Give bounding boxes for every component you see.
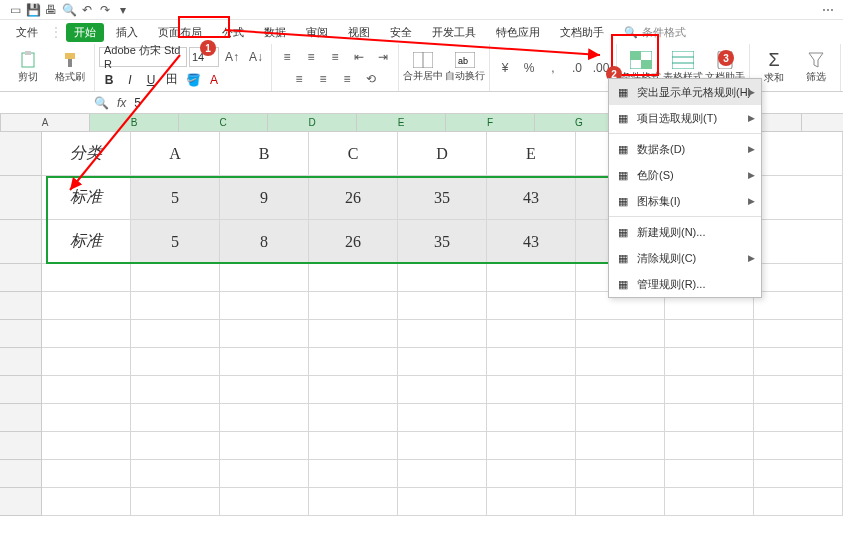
col-header[interactable]: J — [802, 114, 843, 131]
cell[interactable] — [398, 264, 487, 292]
comma-button[interactable]: , — [542, 58, 564, 78]
cell[interactable]: 43 — [487, 220, 576, 264]
cell[interactable] — [309, 376, 398, 404]
cell[interactable] — [220, 348, 309, 376]
italic-button[interactable]: I — [120, 71, 140, 89]
cell[interactable]: 43 — [487, 176, 576, 220]
more-icon[interactable]: ⋯ — [821, 3, 835, 17]
zoom-icon[interactable]: 🔍 — [94, 96, 109, 110]
cell[interactable] — [131, 376, 220, 404]
cell[interactable]: 5 — [131, 176, 220, 220]
increase-decimal-button[interactable]: .0 — [566, 58, 588, 78]
cell[interactable] — [487, 320, 576, 348]
cell[interactable] — [754, 220, 843, 264]
cell[interactable] — [220, 264, 309, 292]
tab-doc-helper[interactable]: 文档助手 — [552, 23, 612, 42]
cell[interactable] — [398, 376, 487, 404]
cell[interactable] — [754, 132, 843, 176]
font-color-button[interactable]: A — [204, 71, 224, 89]
bold-button[interactable]: B — [99, 71, 119, 89]
format-painter-button[interactable]: 格式刷 — [50, 46, 90, 90]
cell[interactable]: 5 — [131, 220, 220, 264]
orientation-button[interactable]: ⟲ — [360, 69, 382, 89]
align-bottom-button[interactable]: ≡ — [324, 47, 346, 67]
cell[interactable] — [131, 292, 220, 320]
tab-formula[interactable]: 公式 — [214, 23, 252, 42]
cell[interactable] — [220, 460, 309, 488]
cell[interactable] — [131, 460, 220, 488]
cell[interactable] — [665, 432, 754, 460]
cell[interactable] — [309, 320, 398, 348]
tab-insert[interactable]: 插入 — [108, 23, 146, 42]
col-header[interactable]: D — [268, 114, 357, 131]
fx-icon[interactable]: fx — [117, 96, 126, 110]
cell[interactable] — [131, 348, 220, 376]
cell[interactable] — [398, 460, 487, 488]
cell[interactable] — [398, 404, 487, 432]
row-header[interactable] — [0, 176, 42, 220]
tab-home[interactable]: 开始 — [66, 23, 104, 42]
cell[interactable] — [220, 404, 309, 432]
align-center-button[interactable]: ≡ — [312, 69, 334, 89]
col-header[interactable]: E — [357, 114, 446, 131]
row-header[interactable] — [0, 348, 42, 376]
fill-color-button[interactable]: 🪣 — [183, 71, 203, 89]
cell[interactable] — [220, 432, 309, 460]
redo-icon[interactable]: ↷ — [98, 3, 112, 17]
currency-button[interactable]: ¥ — [494, 58, 516, 78]
cell[interactable] — [131, 432, 220, 460]
underline-button[interactable]: U — [141, 71, 161, 89]
undo-icon[interactable]: ↶ — [80, 3, 94, 17]
cell[interactable]: D — [398, 132, 487, 176]
tab-developer[interactable]: 开发工具 — [424, 23, 484, 42]
cell[interactable] — [309, 348, 398, 376]
col-header[interactable]: C — [179, 114, 268, 131]
cell[interactable] — [42, 404, 131, 432]
cell[interactable]: B — [220, 132, 309, 176]
cell[interactable] — [398, 320, 487, 348]
cell[interactable] — [220, 488, 309, 516]
menu-item[interactable]: ▦管理规则(R)... — [609, 271, 761, 297]
cell[interactable] — [754, 460, 843, 488]
tab-review[interactable]: 审阅 — [298, 23, 336, 42]
row-header[interactable] — [0, 488, 42, 516]
menu-item[interactable]: ▦突出显示单元格规则(H)▶ — [609, 79, 761, 105]
file-new-icon[interactable]: ▭ — [8, 3, 22, 17]
merge-center-button[interactable]: 合并居中 — [403, 46, 443, 90]
cell[interactable]: 标准 — [42, 176, 131, 220]
cell[interactable] — [576, 348, 665, 376]
cell[interactable] — [754, 264, 843, 292]
cell[interactable]: 标准 — [42, 220, 131, 264]
decrease-decimal-button[interactable]: .00 — [590, 58, 612, 78]
tab-special[interactable]: 特色应用 — [488, 23, 548, 42]
cell[interactable] — [665, 320, 754, 348]
cell[interactable] — [487, 404, 576, 432]
cell[interactable]: 26 — [309, 220, 398, 264]
col-header[interactable]: F — [446, 114, 535, 131]
cell[interactable] — [309, 292, 398, 320]
cell[interactable] — [665, 376, 754, 404]
row-header[interactable] — [0, 404, 42, 432]
row-header[interactable] — [0, 376, 42, 404]
menu-item[interactable]: ▦色阶(S)▶ — [609, 162, 761, 188]
cell[interactable] — [754, 176, 843, 220]
file-menu[interactable]: 文件 — [8, 23, 46, 42]
border-button[interactable]: 田 — [162, 71, 182, 89]
cell[interactable]: 9 — [220, 176, 309, 220]
increase-font-button[interactable]: A↑ — [221, 47, 243, 67]
tab-page-layout[interactable]: 页面布局 — [150, 23, 210, 42]
menu-item[interactable]: ▦项目选取规则(T)▶ — [609, 105, 761, 131]
cell[interactable] — [398, 292, 487, 320]
cell[interactable] — [665, 348, 754, 376]
paste-button[interactable]: 剪切 — [8, 46, 48, 90]
ribbon-search[interactable]: 🔍 条件格式 — [624, 25, 686, 40]
cell[interactable] — [665, 404, 754, 432]
indent-decrease-button[interactable]: ⇤ — [348, 47, 370, 67]
cell[interactable] — [42, 292, 131, 320]
align-middle-button[interactable]: ≡ — [300, 47, 322, 67]
col-header[interactable]: B — [90, 114, 179, 131]
cell[interactable] — [754, 488, 843, 516]
row-header[interactable] — [0, 132, 42, 176]
indent-increase-button[interactable]: ⇥ — [372, 47, 394, 67]
cell[interactable] — [576, 376, 665, 404]
